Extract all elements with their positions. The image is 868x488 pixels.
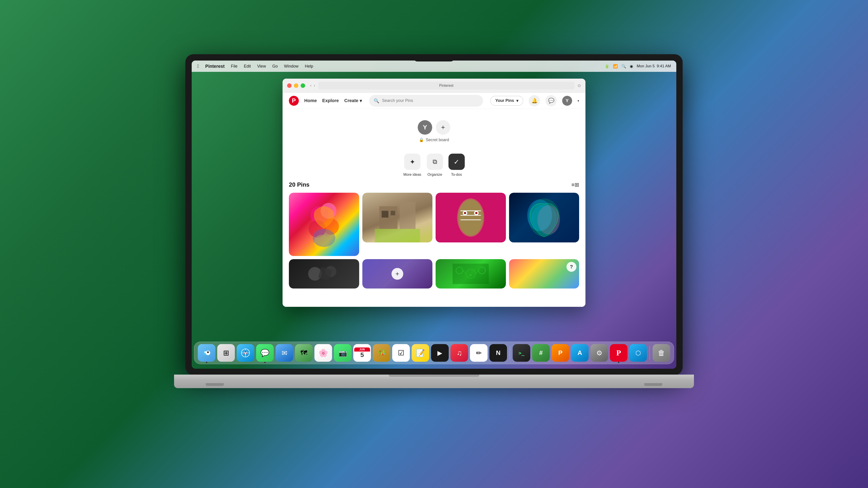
browser-window: ‹ › Pinterest ⊙ P Home Explore [283,78,585,307]
more-ideas-button[interactable]: ✦ More ideas [403,154,421,177]
pin-card-4[interactable] [509,193,579,256]
search-menubar-icon[interactable]: 🔍 [621,64,626,69]
minimize-button[interactable] [294,84,298,88]
menu-bar:  Pinterest File Edit View Go Window Hel… [192,61,676,72]
dock-item-news[interactable]: N [489,344,507,362]
add-icon: + [441,124,445,131]
pin-card-5[interactable] [289,259,359,289]
menu-bar-app-name[interactable]: Pinterest [205,64,225,69]
pin-image-1 [289,193,359,256]
photos-icon: 🌸 [318,348,328,357]
battery-icon: 🔋 [604,64,610,69]
menu-bar-go[interactable]: Go [272,64,278,69]
sparkle-icon: ✦ [410,158,415,166]
address-bar[interactable]: Pinterest [318,82,575,90]
siri-icon[interactable]: ◉ [630,64,633,69]
pin-card-2[interactable] [362,193,433,256]
pin-image-4 [509,193,579,242]
apple-menu[interactable]:  [197,63,199,69]
add-pin-button[interactable]: + [436,120,450,135]
dock-item-appletv[interactable]: ▶ [431,344,449,362]
dock-item-maps[interactable]: 🗺 [295,344,313,362]
pin-card-1[interactable] [289,193,359,256]
menu-bar-edit[interactable]: Edit [244,64,251,69]
notifications-button[interactable]: 🔔 [529,95,540,106]
nav-create[interactable]: Create ▾ [344,98,362,103]
dock-item-launchpad[interactable]: ⊞ [217,344,235,362]
pin-add-icon[interactable]: + [392,268,403,280]
dock-item-notes[interactable]: 📝 [412,344,429,362]
your-pins-button[interactable]: Your Pins ▾ [490,96,523,106]
browser-chrome: ‹ › Pinterest ⊙ [283,78,585,93]
user-menu-chevron[interactable]: ▾ [578,99,579,103]
pins-grid [289,193,579,256]
browser-action-icon[interactable]: ⊙ [578,83,581,88]
dock-item-proxyman[interactable]: ⬡ [629,344,647,362]
svg-text:⊗: ⊗ [469,273,472,277]
nav-home[interactable]: Home [304,98,317,103]
maximize-button[interactable] [301,84,305,88]
pin-card-7[interactable]: ⊗ [436,259,506,289]
dock-separator-2 [650,346,650,360]
close-button[interactable] [287,84,291,88]
user-avatar[interactable]: Y [562,96,572,106]
proxyman-icon: ⬡ [636,349,641,357]
svg-rect-7 [400,202,415,229]
menu-bar-file[interactable]: File [231,64,238,69]
nav-explore[interactable]: Explore [322,98,339,103]
news-icon: N [496,349,500,357]
pin-card-6[interactable]: + [362,259,433,289]
dock-item-settings[interactable]: ⚙ [590,344,608,362]
calendar-month: JUN [354,348,370,352]
appstore-icon: A [578,349,582,357]
mail-icon: ✉ [282,349,287,357]
dock-item-numbers[interactable]: # [532,344,550,362]
lock-icon: 🔒 [419,137,424,142]
forward-button[interactable]: › [314,83,315,88]
pin-card-8[interactable]: ? [509,259,579,289]
dock-item-finder[interactable] [198,344,215,362]
pinterest-p-letter: P [292,97,296,104]
pin-image-5 [289,259,359,289]
your-pins-label: Your Pins [495,98,514,103]
pinterest-logo[interactable]: P [289,96,299,106]
svg-point-5 [313,229,335,247]
dock-item-safari[interactable] [237,344,254,362]
dock-item-keka[interactable]: 🎋 [373,344,391,362]
organize-button[interactable]: ⧉ Organize [427,154,443,177]
filter-icon[interactable]: ≡⊞ [571,182,579,188]
dock-item-trash[interactable]: 🗑 [653,344,670,362]
nav-create-label: Create [344,98,358,103]
todos-button[interactable]: ✓ To-dos [448,154,465,177]
dock-item-freeform[interactable]: ✏ [470,344,488,362]
create-chevron-icon: ▾ [360,98,362,103]
dock-item-pinterest[interactable]: P [610,344,627,362]
bell-icon: 🔔 [531,98,537,104]
freeform-icon: ✏ [476,349,482,357]
dock-item-music[interactable]: ♫ [451,344,468,362]
dock-item-mail[interactable]: ✉ [276,344,293,362]
back-button[interactable]: ‹ [310,83,311,88]
menu-bar-help[interactable]: Help [305,64,313,69]
menu-bar-right: 🔋 📶 🔍 ◉ Mon Jun 5 9:41 AM [604,64,671,69]
screen-content:  Pinterest File Edit View Go Window Hel… [192,61,676,369]
numbers-icon: # [539,349,543,357]
search-bar[interactable]: 🔍 Search your Pins [369,95,483,107]
messages-button[interactable]: 💬 [546,95,557,106]
pin-card-3[interactable] [436,193,506,256]
your-pins-chevron: ▾ [516,98,518,103]
dock-item-photos[interactable]: 🌸 [314,344,332,362]
dock-item-reminders[interactable]: ☑ [392,344,410,362]
menu-bar-view[interactable]: View [257,64,266,69]
dock-item-pages[interactable]: P [552,344,569,362]
board-user-avatar[interactable]: Y [418,120,432,135]
dock-item-messages[interactable]: 💬 [256,344,274,362]
traffic-lights [287,84,305,88]
menu-bar-window[interactable]: Window [284,64,298,69]
dock-item-appstore[interactable]: A [571,344,589,362]
dock-item-terminal[interactable]: >_ [513,344,530,362]
dock-item-calendar[interactable]: JUN 5 [353,344,371,362]
reminders-icon: ☑ [398,349,404,357]
dock-item-facetime[interactable]: 📷 [334,344,351,362]
facetime-icon: 📷 [339,349,347,357]
